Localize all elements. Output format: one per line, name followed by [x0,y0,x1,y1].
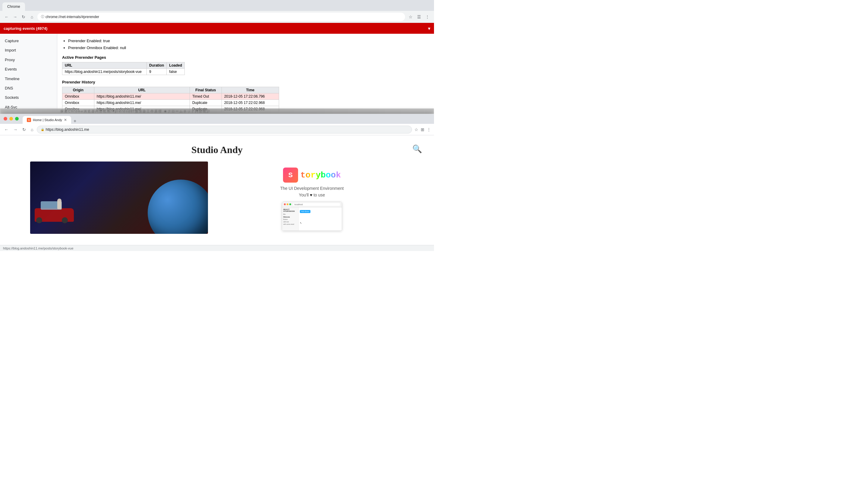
traffic-lights [3,117,19,121]
storybook-icon: S [283,168,298,182]
mini-close [284,203,286,205]
sidebar-item-proxy[interactable]: Proxy [0,55,57,64]
fg-new-tab-button[interactable]: + [74,118,76,124]
sidebar-item-import[interactable]: Import [0,45,57,55]
studio-title: Studio Andy [0,144,434,156]
maximize-button[interactable] [15,117,19,121]
bg-address-input[interactable]: ⓘ chrome://net-internals/#prerender [37,13,405,21]
history-origin: Omnibox [62,93,94,100]
banner-arrow[interactable]: ▾ [428,25,431,31]
storybook-card[interactable]: S torybook The UI Development Environmen… [220,161,404,234]
mini-address-bar: localhost [293,203,340,206]
history-url: https://blog.andoshin11.me/ [94,93,189,100]
sidebar-item-events[interactable]: Events [0,64,57,74]
prerender-info-list: Prerender Enabled: true Prerender Omnibo… [68,38,429,52]
active-table-loaded-header: Loaded [167,62,185,69]
mini-browser-content: REACT STORYBOOK Btn Welcome Button with … [282,207,342,231]
active-table-row: https://blog.andoshin11.me/posts/storybo… [62,69,185,75]
mini-sb-item-email: with some email [283,223,297,226]
status-bar: https://blog.andoshin11.me/posts/storybo… [0,245,434,251]
bg-tab-bar: Chrome [0,0,434,11]
fg-lock-icon: 🔒 [41,128,44,131]
mini-sb-title: REACT STORYBOOK [283,209,297,212]
sidebar-item-sockets[interactable]: Sockets [0,93,57,102]
tesla-space-card[interactable] [30,161,208,234]
search-icon[interactable]: 🔍 [412,144,422,154]
mini-sb-item-button: Button [283,218,297,221]
bg-extensions-button[interactable]: ☰ [416,14,422,20]
bg-tab[interactable]: Chrome [2,2,25,11]
banner-text: capturing events (4974) [3,26,47,31]
active-pages-title: Active Prerender Pages [62,55,429,60]
fg-address-input[interactable]: 🔒 https://blog.andoshin11.me [37,126,412,134]
fg-back-button[interactable]: ← [3,127,10,133]
bg-home-button[interactable]: ⌂ [29,14,35,20]
fg-chrome-window: S Home | Studio Andy ✕ + ← → ↻ ⌂ 🔒 https… [0,114,434,251]
bg-bookmark-button[interactable]: ☆ [407,14,413,20]
mini-maximize [289,203,291,205]
studio-andy-page: Studio Andy 🔍 S [0,135,434,251]
fg-tab-label: Home | Studio Andy [33,118,62,122]
minimize-button[interactable] [9,117,13,121]
mini-sb-item-btn: Btn [283,213,297,216]
mini-cursor-icon: ↖ [300,222,302,224]
fg-tab-bar: S Home | Studio Andy ✕ + [0,114,434,124]
favicon-letter: S [28,119,30,122]
fg-bookmark-button[interactable]: ☆ [414,127,418,132]
history-time: 2018-12-05 17:22:02.968 [221,100,279,106]
heart-icon: ♥ [310,192,313,197]
history-status: Timed Out [189,93,221,100]
fg-address-bar: ← → ↻ ⌂ 🔒 https://blog.andoshin11.me ☆ ⊞… [0,124,434,135]
sidebar-item-timeline[interactable]: Timeline [0,74,57,83]
fg-tab-close-button[interactable]: ✕ [64,118,67,122]
bg-address-info-icon: ⓘ [41,14,44,19]
mini-sb-item-with-text: with text [283,221,297,223]
history-url: https://blog.andoshin11.me/ [94,100,189,106]
prerender-omnibox: Prerender Omnibox Enabled: null [68,44,429,51]
bg-forward-button[interactable]: → [12,14,18,20]
active-prerender-table: URL Duration Loaded https://blog.andoshi… [62,62,185,75]
blur-text: 探索Chrome浏览器内部机制/#prerender预渲染工作原理 ★クロームネ… [60,109,211,114]
storybook-logo-area: S torybook [283,165,341,182]
active-table-url-header: URL [62,62,147,69]
fg-menu-button[interactable]: ⋮ [427,127,431,132]
bg-back-button[interactable]: ← [3,14,10,20]
fg-home-button[interactable]: ⌂ [30,127,34,133]
fg-forward-button[interactable]: → [12,127,19,133]
tagline-line2: You'll [299,192,309,197]
sidebar-item-dns[interactable]: DNS [0,83,57,93]
status-url: https://blog.andoshin11.me/posts/storybo… [3,247,74,250]
history-row: Omnibox https://blog.andoshin11.me/ Time… [62,93,279,100]
history-time: 2018-12-05 17:22:06.796 [221,93,279,100]
sidebar-item-capture[interactable]: Capture [0,36,57,45]
fg-active-tab[interactable]: S Home | Studio Andy ✕ [23,116,71,124]
bg-address-bar: ← → ↻ ⌂ ⓘ chrome://net-internals/#preren… [0,11,434,23]
fg-reload-button[interactable]: ↻ [21,127,27,133]
storybook-logo-text: torybook [300,170,341,180]
fg-address-actions: ☆ ⊞ ⋮ [414,127,431,132]
history-title: Prerender History [62,80,429,84]
active-row-loaded: false [167,69,185,75]
net-internals-content: Prerender Enabled: true Prerender Omnibo… [57,34,434,112]
bg-address-text: chrome://net-internals/#prerender [45,15,99,19]
fg-extensions-button[interactable]: ⊞ [421,127,424,132]
bg-menu-button[interactable]: ⋮ [424,14,431,20]
mini-main-area: Hello Button ↖ [299,207,342,231]
bg-reload-button[interactable]: ↻ [21,14,27,20]
blur-separator: 探索Chrome浏览器内部机制/#prerender预渲染工作原理 ★クロームネ… [0,108,434,114]
tagline-line1: The UI Development Environment [280,186,344,191]
fg-address-text: https://blog.andoshin11.me [45,127,89,132]
sidebar: Capture Import Proxy Events Timeline DNS… [0,34,57,112]
prerender-enabled: Prerender Enabled: true [68,38,429,44]
active-row-duration: 9 [147,69,167,75]
tagline-line3: to use [313,192,325,197]
active-row-url: https://blog.andoshin11.me/posts/storybo… [62,69,147,75]
bg-tab-label: Chrome [7,4,20,9]
capturing-events-banner: capturing events (4974) ▾ [0,23,434,34]
mini-minimize [287,203,288,205]
cards-row: S torybook The UI Development Environmen… [0,161,434,234]
mini-sb-welcome-header: Welcome [283,216,297,218]
close-button[interactable] [3,117,7,121]
mini-browser-bar: localhost [282,202,342,207]
history-status-header: Final Status [189,87,221,93]
